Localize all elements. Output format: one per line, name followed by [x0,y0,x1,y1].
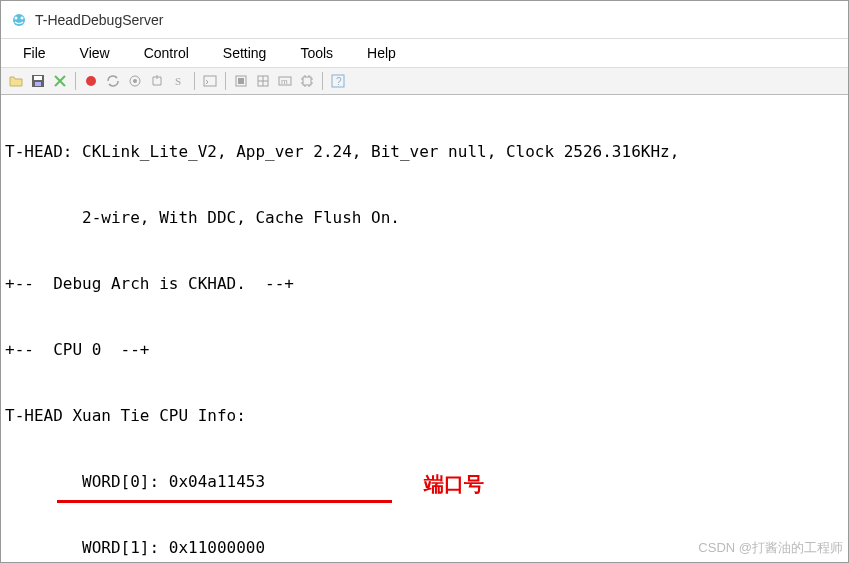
svg-point-8 [133,79,137,83]
console-line: T-HEAD Xuan Tie CPU Info: [5,405,844,427]
board2-icon[interactable] [254,72,272,90]
console-output[interactable]: T-HEAD: CKLink_Lite_V2, App_ver 2.24, Bi… [1,95,848,562]
record-icon[interactable] [82,72,100,90]
svg-text:S: S [175,75,181,87]
titlebar: T-HeadDebugServer [1,1,848,39]
menu-control[interactable]: Control [134,41,199,65]
watermark: CSDN @打酱油的工程师 [698,539,843,557]
board1-icon[interactable] [232,72,250,90]
svg-rect-12 [238,78,244,84]
toolbar-separator [75,72,76,90]
open-icon[interactable] [7,72,25,90]
svg-point-6 [86,76,96,86]
menu-tools[interactable]: Tools [290,41,343,65]
app-icon [11,12,27,28]
menu-file[interactable]: File [13,41,56,65]
console-line: +-- CPU 0 --+ [5,339,844,361]
svg-point-2 [21,16,24,19]
chip-icon[interactable] [298,72,316,90]
svg-point-1 [15,16,18,19]
app-window: T-HeadDebugServer File View Control Sett… [0,0,849,563]
svg-rect-4 [34,76,42,80]
port-annotation-label: 端口号 [424,473,484,495]
reset-icon[interactable] [148,72,166,90]
menu-help[interactable]: Help [357,41,406,65]
console-line: +-- Debug Arch is CKHAD. --+ [5,273,844,295]
menu-view[interactable]: View [70,41,120,65]
svg-rect-5 [35,82,41,86]
memory-icon[interactable]: m [276,72,294,90]
svg-point-0 [13,14,25,26]
menubar: File View Control Setting Tools Help [1,39,848,67]
svg-text:?: ? [336,76,342,87]
settings-icon[interactable]: S [170,72,188,90]
terminal-icon[interactable] [201,72,219,90]
help-icon[interactable]: ? [329,72,347,90]
toolbar: S m ? [1,67,848,95]
menu-setting[interactable]: Setting [213,41,277,65]
toolbar-separator [322,72,323,90]
toolbar-separator [225,72,226,90]
sync-icon[interactable] [104,72,122,90]
svg-text:m: m [281,77,288,86]
target-icon[interactable] [126,72,144,90]
save-icon[interactable] [29,72,47,90]
console-line: T-HEAD: CKLink_Lite_V2, App_ver 2.24, Bi… [5,141,844,163]
toolbar-separator [194,72,195,90]
underline-annotation [57,500,392,503]
svg-rect-16 [303,77,311,85]
svg-rect-10 [204,76,216,86]
console-line: 2-wire, With DDC, Cache Flush On. [5,207,844,229]
window-title: T-HeadDebugServer [35,12,163,28]
delete-icon[interactable] [51,72,69,90]
